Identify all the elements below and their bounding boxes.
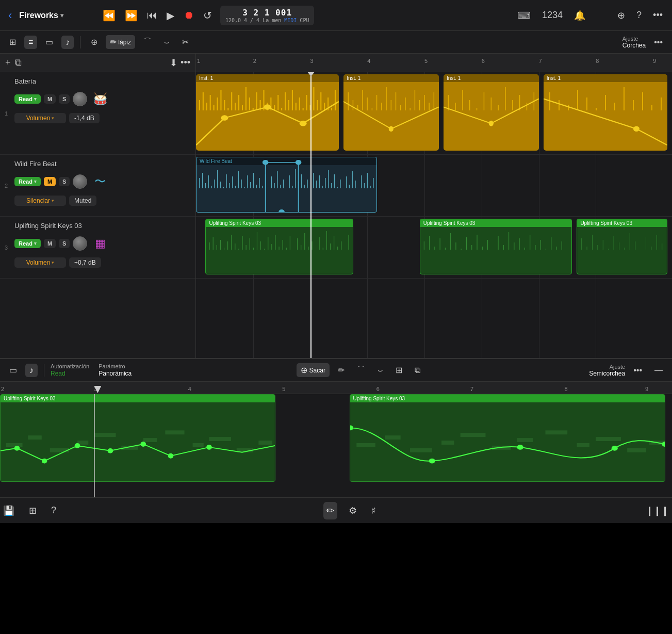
bottom-brush-tool[interactable]: ⌒ xyxy=(353,363,369,378)
help-button[interactable]: ? xyxy=(633,8,645,23)
footer-eq-button[interactable]: ♯ xyxy=(368,502,379,519)
bottom-grid-tool[interactable]: ⊞ xyxy=(391,363,406,377)
svg-rect-245 xyxy=(143,438,157,442)
track-param-row-3: Volumen ▾ +0,7 dB xyxy=(14,257,190,268)
svg-rect-265 xyxy=(517,438,533,442)
track-2-param-selector[interactable]: Silenciar ▾ xyxy=(14,196,66,206)
clip-label-spirit-1: Uplifting Spirit Keys 03 xyxy=(206,219,352,227)
track-1-solo-button[interactable]: S xyxy=(59,94,70,104)
track-2-volume-knob[interactable] xyxy=(73,174,87,189)
waveform-svg-bateria-3 xyxy=(444,82,539,139)
record-button[interactable]: ⏺ xyxy=(181,7,197,23)
bottom-collapse-button[interactable]: — xyxy=(650,364,667,377)
footer-bars-button[interactable]: ❙❙❙ xyxy=(643,502,672,519)
svg-point-274 xyxy=(611,446,617,451)
brush-tool-button[interactable]: ⌒ xyxy=(139,35,156,50)
track-1-volume-knob[interactable] xyxy=(73,92,87,106)
track-3-param-selector[interactable]: Volumen ▾ xyxy=(14,257,66,268)
clip-bateria-1[interactable]: Inst. 1 xyxy=(196,74,339,151)
metronome-button[interactable]: 🔔 xyxy=(571,8,588,23)
window-view-button[interactable]: ▭ xyxy=(41,35,57,49)
clip-spirit-3[interactable]: Uplifting Spirit Keys 03 xyxy=(577,219,667,274)
track-param-row-1: Volumen ▾ -1,4 dB xyxy=(14,113,190,123)
clip-wildfire-1[interactable]: Wild Fire Beat xyxy=(196,157,377,213)
ruler-mark-6: 6 xyxy=(482,58,485,64)
fastforward-button[interactable]: ⏩ xyxy=(122,7,141,24)
add-track-list-button[interactable]: + xyxy=(5,57,11,68)
track-name-3: Uplifting Spirit Keys 03 xyxy=(14,222,190,230)
track-3-solo-button[interactable]: S xyxy=(59,239,70,248)
parameter-value[interactable]: Panorámica xyxy=(99,370,132,377)
tostart-button[interactable]: ⏮ xyxy=(144,7,160,23)
track-name-2: Wild Fire Beat xyxy=(14,160,190,168)
scissors-tool-button[interactable]: ✂ xyxy=(178,35,193,49)
bottom-note-button[interactable]: ♪ xyxy=(25,364,38,377)
back-button[interactable]: ‹ xyxy=(6,7,14,24)
toolbar-more-button[interactable]: ••• xyxy=(650,36,667,49)
pointer-tool-button[interactable]: ⊕ xyxy=(87,35,102,49)
svg-rect-261 xyxy=(410,448,432,452)
project-name-button[interactable]: Fireworks ▾ xyxy=(19,11,63,20)
svg-point-272 xyxy=(429,459,435,464)
bottom-clip-2[interactable]: Uplifting Spirit Keys 03 xyxy=(350,394,665,482)
track-1-mute-button[interactable]: M xyxy=(44,94,56,104)
track-num-3: 3 xyxy=(0,217,12,278)
track-1-read-button[interactable]: Read ▾ xyxy=(14,94,41,104)
sacar-label: Sacar xyxy=(309,367,325,374)
clip-bateria-3[interactable]: Inst. 1 xyxy=(444,74,539,151)
keyboard-button[interactable]: ⌨ xyxy=(514,8,534,23)
clip-spirit-1[interactable]: Uplifting Spirit Keys 03 xyxy=(205,219,353,274)
more-menu-button[interactable]: ••• xyxy=(650,8,666,23)
bottom-toolbar: ▭ ♪ Automatización Read Parámetro Panorá… xyxy=(0,359,672,382)
svg-point-273 xyxy=(517,445,523,450)
footer-save-button[interactable]: 💾 xyxy=(0,502,18,519)
waveform-svg-bateria-4 xyxy=(544,82,667,139)
bottom-window-button[interactable]: ▭ xyxy=(5,363,21,377)
bottom-curve-tool[interactable]: ⌣ xyxy=(373,364,387,377)
add-track-button[interactable]: ⊕ xyxy=(614,8,628,23)
curve-tool-button[interactable]: ⌣ xyxy=(160,36,174,49)
bottom-mark-7: 7 xyxy=(470,386,473,392)
bottom-mark-8: 8 xyxy=(565,386,568,392)
track-1-param-selector[interactable]: Volumen ▾ xyxy=(14,113,66,123)
ruler-mark-2: 2 xyxy=(253,58,256,64)
track-list-header: + ⧉ ⬇ ••• xyxy=(0,54,195,72)
track-2-mute-button[interactable]: M xyxy=(44,177,56,186)
bottom-footer: 💾 ⊞ ? ✏ ⚙ ♯ ❙❙❙ xyxy=(0,497,672,523)
rewind-button[interactable]: ⏪ xyxy=(100,7,119,24)
copy-track-button[interactable]: ⧉ xyxy=(15,57,22,68)
track-3-mute-button[interactable]: M xyxy=(44,239,56,248)
numbers-button[interactable]: 1234 xyxy=(539,8,566,23)
footer-pencil-button[interactable]: ✏ xyxy=(323,502,337,519)
track-more-button[interactable]: ••• xyxy=(181,57,190,69)
grid-view-button[interactable]: ⊞ xyxy=(5,35,20,49)
footer-layers-button[interactable]: ⊞ xyxy=(26,502,40,519)
play-button[interactable]: ▶ xyxy=(163,7,177,24)
waveform-svg-spirit-2 xyxy=(420,227,571,272)
adjust-label: Ajuste xyxy=(622,36,646,42)
pencil-tool-button[interactable]: ✏ lápiz xyxy=(106,35,135,49)
timeline-area: 1 2 3 4 5 6 7 8 9 xyxy=(196,54,672,358)
sacar-icon: ⊕ xyxy=(301,365,307,375)
automation-value[interactable]: Read xyxy=(51,370,89,377)
track-name-1: Batería xyxy=(14,77,190,85)
waveform-svg-spirit-3 xyxy=(577,227,666,272)
bottom-clip-1[interactable]: Uplifting Spirit Keys 03 xyxy=(0,394,275,482)
loop-button[interactable]: ↺ xyxy=(200,7,215,24)
clip-bateria-4[interactable]: Inst. 1 xyxy=(544,74,667,151)
track-2-solo-button[interactable]: S xyxy=(59,177,70,186)
list-view-button[interactable]: ≡ xyxy=(24,36,37,49)
note-view-button[interactable]: ♪ xyxy=(61,36,74,49)
track-3-read-button[interactable]: Read ▾ xyxy=(14,239,41,248)
download-button[interactable]: ⬇ xyxy=(170,57,177,69)
sacar-button[interactable]: ⊕ Sacar xyxy=(297,363,330,377)
footer-settings-button[interactable]: ⚙ xyxy=(346,502,360,519)
bottom-pencil-tool[interactable]: ✏ xyxy=(334,363,349,377)
clip-bateria-2[interactable]: Inst. 1 xyxy=(343,74,439,151)
footer-info-button[interactable]: ? xyxy=(48,502,59,519)
track-2-read-button[interactable]: Read ▾ xyxy=(14,177,41,186)
track-3-volume-knob[interactable] xyxy=(73,236,87,251)
bottom-more-button[interactable]: ••• xyxy=(629,364,646,377)
bottom-copy-tool[interactable]: ⧉ xyxy=(411,364,424,377)
clip-spirit-2[interactable]: Uplifting Spirit Keys 03 xyxy=(420,219,572,274)
